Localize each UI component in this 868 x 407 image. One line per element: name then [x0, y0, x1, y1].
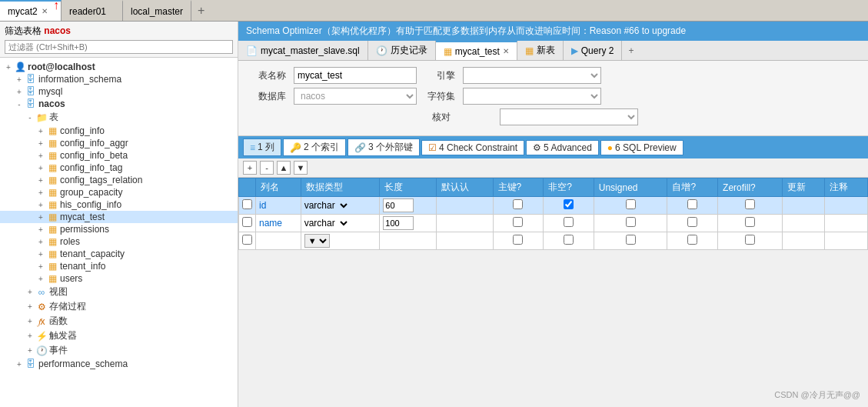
tree-label-nacos: nacos	[38, 98, 65, 109]
row-length-cell[interactable]	[380, 232, 437, 250]
tree-item-funcs-folder[interactable]: + 𝑓x 函数	[0, 314, 238, 329]
tab-mycat2[interactable]: mycat2 ✕ ↑	[0, 0, 62, 21]
row-comment-cell[interactable]	[825, 215, 868, 232]
inner-tab-close[interactable]: ✕	[503, 47, 509, 55]
tree-item-mycat-test[interactable]: + ▦ mycat_test	[0, 211, 238, 223]
row-type-cell[interactable]: varchar ▼	[301, 197, 380, 215]
move-up-button[interactable]: ▲	[277, 161, 291, 175]
tree-label-views: 视图	[49, 285, 68, 299]
row-length-input[interactable]	[383, 216, 414, 230]
tree-item-root[interactable]: + 👤 root@localhost	[0, 61, 238, 73]
sidebar-tree: + 👤 root@localhost + 🗄 information_schem…	[0, 58, 238, 407]
action-tab-fk[interactable]: 🔗 3 个外部键	[348, 138, 420, 156]
tree-item-config-tags-relation[interactable]: + ▦ config_tags_relation	[0, 174, 238, 186]
inner-tab-mycat-test[interactable]: ▦ mycat_test ✕	[436, 41, 517, 60]
row-checkbox[interactable]	[242, 199, 252, 209]
action-tab-advanced[interactable]: ⚙ 5 Advanced	[526, 140, 599, 155]
inner-tab-history[interactable]: 🕐 历史记录	[368, 41, 436, 60]
inner-tab-new-table[interactable]: ▦ 新表	[517, 41, 564, 60]
row-pk[interactable]	[513, 217, 523, 227]
add-inner-tab-button[interactable]: +	[622, 41, 640, 60]
tree-item-permissions[interactable]: + ▦ permissions	[0, 223, 238, 235]
row-default-cell[interactable]	[436, 215, 493, 232]
row-update-cell[interactable]	[782, 215, 825, 232]
action-tab-columns[interactable]: ≡ 1 列	[243, 138, 281, 156]
row-name-cell[interactable]	[256, 232, 301, 250]
row-autoinc[interactable]	[687, 235, 697, 245]
tree-item-views-folder[interactable]: + ∞ 视图	[0, 285, 238, 299]
row-type-cell[interactable]: ▼	[301, 232, 380, 250]
tree-item-config-info-aggr[interactable]: + ▦ config_info_aggr	[0, 137, 238, 149]
tree-item-performance-schema[interactable]: + 🗄 performance_schema	[0, 358, 238, 370]
tree-item-config-info[interactable]: + ▦ config_info	[0, 125, 238, 137]
form-input-name[interactable]	[294, 67, 417, 84]
row-type-cell[interactable]: varchar ▼	[301, 215, 380, 232]
row-zerofill[interactable]	[745, 235, 755, 245]
row-pk[interactable]	[513, 199, 523, 209]
tree-item-mysql[interactable]: + 🗄 mysql	[0, 85, 238, 98]
row-comment-cell[interactable]	[825, 232, 868, 250]
expand-icon: +	[14, 88, 25, 96]
tree-item-his-config-info[interactable]: + ▦ his_config_info	[0, 198, 238, 211]
inner-tab-query2[interactable]: ▶ Query 2	[564, 41, 623, 60]
row-length-input[interactable]	[383, 198, 414, 212]
row-default-cell[interactable]	[436, 197, 493, 215]
form-select-charset[interactable]	[463, 88, 601, 105]
row-notnull[interactable]	[564, 235, 574, 245]
tree-item-group-capacity[interactable]: + ▦ group_capacity	[0, 186, 238, 198]
row-zerofill[interactable]	[745, 199, 755, 209]
sidebar-search-input[interactable]	[8, 42, 229, 52]
tree-item-triggers-folder[interactable]: + ⚡ 触发器	[0, 329, 238, 343]
row-notnull[interactable]	[564, 199, 574, 209]
tree-item-information-schema[interactable]: + 🗄 information_schema	[0, 73, 238, 85]
row-comment-cell[interactable]	[825, 197, 868, 215]
tab-mycat2-close[interactable]: ✕	[42, 7, 48, 15]
sidebar-search-box[interactable]	[5, 40, 233, 54]
action-tab-sql-preview[interactable]: ● 6 SQL Preview	[600, 140, 683, 155]
row-default-cell[interactable]	[436, 232, 493, 250]
row-unsigned[interactable]	[626, 199, 636, 209]
inner-tab-sql[interactable]: 📄 mycat_master_slave.sql	[238, 41, 368, 60]
row-checkbox[interactable]	[242, 217, 252, 227]
tree-item-tenant-capacity[interactable]: + ▦ tenant_capacity	[0, 248, 238, 260]
row-length-cell[interactable]	[380, 215, 437, 232]
row-name-cell[interactable]: name	[256, 215, 301, 232]
move-down-button[interactable]: ▼	[294, 161, 308, 175]
tree-item-nacos[interactable]: - 🗄 nacos	[0, 98, 238, 110]
form-select-collation[interactable]	[500, 108, 638, 125]
action-tab-indexes[interactable]: 🔑 2 个索引	[283, 138, 346, 156]
row-type-select[interactable]: ▼	[304, 234, 330, 248]
row-update-cell[interactable]	[782, 232, 825, 250]
row-autoinc[interactable]	[687, 199, 697, 209]
row-autoinc[interactable]	[687, 217, 697, 227]
tree-item-users[interactable]: + ▦ users	[0, 272, 238, 285]
row-type-select[interactable]: ▼	[338, 198, 350, 212]
tree-item-config-info-tag[interactable]: + ▦ config_info_tag	[0, 162, 238, 174]
tree-item-roles[interactable]: + ▦ roles	[0, 235, 238, 248]
add-tab-button[interactable]: +	[191, 0, 211, 21]
form-select-db[interactable]: nacos	[294, 88, 417, 105]
tree-item-tables-folder[interactable]: - 📁 表	[0, 110, 238, 125]
row-type-select[interactable]: ▼	[338, 216, 350, 230]
row-name-cell[interactable]: id	[256, 197, 301, 215]
sql-preview-label: 6 SQL Preview	[615, 142, 677, 153]
tree-item-config-info-beta[interactable]: + ▦ config_info_beta	[0, 149, 238, 162]
tree-item-tenant-info[interactable]: + ▦ tenant_info	[0, 260, 238, 272]
row-zerofill[interactable]	[745, 217, 755, 227]
row-length-cell[interactable]	[380, 197, 437, 215]
form-select-engine[interactable]	[463, 67, 601, 84]
form-label-engine: 引擎	[424, 69, 455, 82]
row-notnull[interactable]	[564, 217, 574, 227]
action-tab-check[interactable]: ☑ 4 Check Constraint	[421, 140, 524, 155]
row-pk[interactable]	[513, 235, 523, 245]
tree-item-procs-folder[interactable]: + ⚙ 存储过程	[0, 299, 238, 314]
row-checkbox[interactable]	[242, 235, 252, 245]
row-unsigned[interactable]	[626, 235, 636, 245]
tree-item-events-folder[interactable]: + 🕐 事件	[0, 343, 238, 358]
add-row-button[interactable]: +	[243, 161, 257, 175]
row-update-cell[interactable]	[782, 197, 825, 215]
tab-reader01[interactable]: reader01	[62, 0, 123, 21]
row-unsigned[interactable]	[626, 217, 636, 227]
tab-local-master[interactable]: local_master	[123, 0, 191, 21]
remove-row-button[interactable]: -	[260, 161, 274, 175]
